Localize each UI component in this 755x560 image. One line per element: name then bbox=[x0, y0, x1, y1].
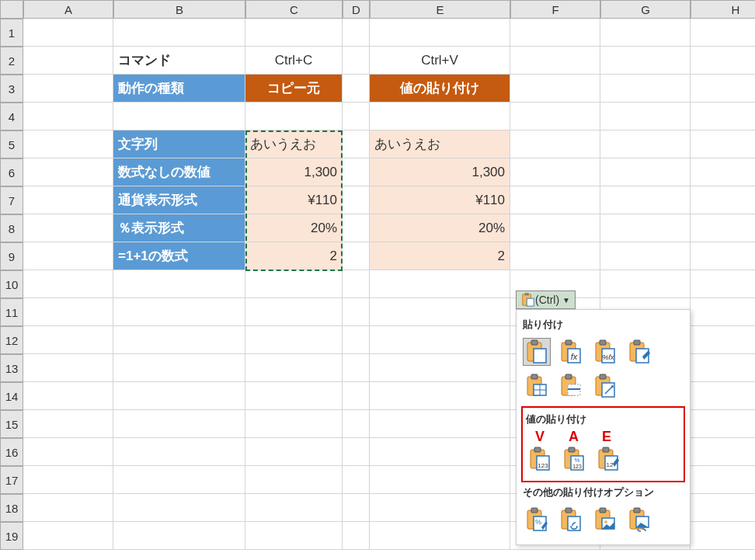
cell-C5[interactable]: あいうえお bbox=[245, 130, 343, 158]
cell-B3[interactable]: 動作の種類 bbox=[113, 75, 245, 103]
cell-A12[interactable] bbox=[23, 326, 113, 354]
cell-D4[interactable] bbox=[343, 103, 370, 130]
cell-B16[interactable] bbox=[113, 438, 245, 466]
cell-G7[interactable] bbox=[600, 186, 691, 214]
cell-F2[interactable] bbox=[510, 47, 600, 75]
cell-H4[interactable] bbox=[691, 103, 755, 130]
cell-F4[interactable] bbox=[510, 103, 600, 130]
row-header-4[interactable]: 4 bbox=[0, 103, 23, 130]
paste-transpose-icon[interactable] bbox=[591, 372, 619, 400]
cell-G6[interactable] bbox=[600, 158, 691, 186]
row-header-6[interactable]: 6 bbox=[0, 158, 23, 186]
cell-D3[interactable] bbox=[343, 75, 370, 103]
cell-H6[interactable] bbox=[691, 158, 755, 186]
cell-A18[interactable] bbox=[23, 494, 113, 522]
cell-E7[interactable]: ¥110 bbox=[370, 186, 510, 214]
cell-E17[interactable] bbox=[370, 466, 510, 494]
cell-D10[interactable] bbox=[343, 270, 370, 298]
cell-B14[interactable] bbox=[113, 382, 245, 410]
cell-A9[interactable] bbox=[23, 242, 113, 270]
cell-C14[interactable] bbox=[245, 382, 343, 410]
paste-formulas-icon[interactable] bbox=[557, 338, 585, 366]
cell-G3[interactable] bbox=[600, 75, 691, 103]
row-header-10[interactable]: 10 bbox=[0, 270, 23, 298]
cell-E19[interactable] bbox=[370, 522, 510, 550]
row-header-9[interactable]: 9 bbox=[0, 242, 23, 270]
cell-C11[interactable] bbox=[245, 298, 343, 326]
row-header-17[interactable]: 17 bbox=[0, 466, 23, 494]
row-header-3[interactable]: 3 bbox=[0, 75, 23, 103]
cell-E11[interactable] bbox=[370, 298, 510, 326]
cell-F8[interactable] bbox=[510, 214, 600, 242]
cell-C6[interactable]: 1,300 bbox=[245, 158, 343, 186]
cell-B13[interactable] bbox=[113, 354, 245, 382]
cell-D5[interactable] bbox=[343, 130, 370, 158]
col-header-G[interactable]: G bbox=[600, 0, 691, 19]
row-header-1[interactable]: 1 bbox=[0, 19, 23, 47]
cell-E4[interactable] bbox=[370, 103, 510, 130]
row-header-8[interactable]: 8 bbox=[0, 214, 23, 242]
cell-H13[interactable] bbox=[691, 354, 755, 382]
cell-H7[interactable] bbox=[691, 186, 755, 214]
cell-B19[interactable] bbox=[113, 522, 245, 550]
cell-E3[interactable]: 値の貼り付け bbox=[370, 75, 510, 103]
col-header-E[interactable]: E bbox=[370, 0, 510, 19]
col-header-D[interactable]: D bbox=[343, 0, 370, 19]
paste-values-srcfmt-icon[interactable] bbox=[594, 445, 622, 473]
cell-B8[interactable]: ％表示形式 bbox=[113, 214, 245, 242]
row-header-13[interactable]: 13 bbox=[0, 354, 23, 382]
cell-C13[interactable] bbox=[245, 354, 343, 382]
paste-values-icon[interactable] bbox=[526, 445, 554, 473]
cell-G10[interactable] bbox=[600, 270, 691, 298]
cell-A19[interactable] bbox=[23, 522, 113, 550]
cell-H9[interactable] bbox=[691, 242, 755, 270]
cell-A7[interactable] bbox=[23, 186, 113, 214]
row-header-18[interactable]: 18 bbox=[0, 494, 23, 522]
paste-picture-icon[interactable] bbox=[591, 506, 619, 534]
cell-F5[interactable] bbox=[510, 130, 600, 158]
cell-F6[interactable] bbox=[510, 158, 600, 186]
cell-F9[interactable] bbox=[510, 242, 600, 270]
cell-D19[interactable] bbox=[343, 522, 370, 550]
cell-E2[interactable]: Ctrl+V bbox=[370, 47, 510, 75]
cell-A14[interactable] bbox=[23, 382, 113, 410]
cell-B10[interactable] bbox=[113, 270, 245, 298]
cell-D16[interactable] bbox=[343, 438, 370, 466]
cell-A11[interactable] bbox=[23, 298, 113, 326]
cell-D17[interactable] bbox=[343, 466, 370, 494]
cell-H14[interactable] bbox=[691, 382, 755, 410]
cell-E6[interactable]: 1,300 bbox=[370, 158, 510, 186]
cell-C15[interactable] bbox=[245, 410, 343, 438]
cell-H15[interactable] bbox=[691, 410, 755, 438]
cell-C3[interactable]: コピー元 bbox=[245, 75, 343, 103]
cell-H8[interactable] bbox=[691, 214, 755, 242]
cell-E10[interactable] bbox=[370, 270, 510, 298]
cell-H2[interactable] bbox=[691, 47, 755, 75]
paste-all-icon[interactable] bbox=[523, 338, 551, 366]
paste-linked-picture-icon[interactable] bbox=[625, 506, 653, 534]
cell-B11[interactable] bbox=[113, 298, 245, 326]
cell-D15[interactable] bbox=[343, 410, 370, 438]
row-header-16[interactable]: 16 bbox=[0, 438, 23, 466]
cell-B5[interactable]: 文字列 bbox=[113, 130, 245, 158]
paste-ctrl-button[interactable]: (Ctrl) ▼ bbox=[516, 290, 576, 309]
cell-A6[interactable] bbox=[23, 158, 113, 186]
cell-E9[interactable]: 2 bbox=[370, 242, 510, 270]
col-header-A[interactable]: A bbox=[23, 0, 113, 19]
cell-B4[interactable] bbox=[113, 103, 245, 130]
cell-A17[interactable] bbox=[23, 466, 113, 494]
cell-E16[interactable] bbox=[370, 438, 510, 466]
cell-B1[interactable] bbox=[113, 19, 245, 47]
row-header-19[interactable]: 19 bbox=[0, 522, 23, 550]
cell-B17[interactable] bbox=[113, 466, 245, 494]
cell-C7[interactable]: ¥110 bbox=[245, 186, 343, 214]
col-header-C[interactable]: C bbox=[245, 0, 343, 19]
col-header-B[interactable]: B bbox=[113, 0, 245, 19]
cell-G2[interactable] bbox=[600, 47, 691, 75]
cell-D8[interactable] bbox=[343, 214, 370, 242]
cell-C8[interactable]: 20% bbox=[245, 214, 343, 242]
paste-keep-col-width-icon[interactable] bbox=[557, 372, 585, 400]
cell-A4[interactable] bbox=[23, 103, 113, 130]
paste-formulas-numfmt-icon[interactable] bbox=[591, 338, 619, 366]
cell-G5[interactable] bbox=[600, 130, 691, 158]
